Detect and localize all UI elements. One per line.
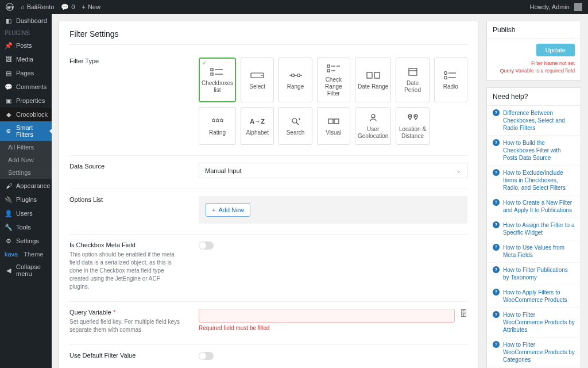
sidebar-item-users[interactable]: 👤Users <box>0 206 52 220</box>
is-checkbox-meta-toggle[interactable] <box>199 241 214 250</box>
svg-point-20 <box>444 76 447 79</box>
ftype-date-range[interactable]: Date Range <box>355 57 391 102</box>
svg-point-8 <box>297 74 300 77</box>
database-icon[interactable]: 🗄 <box>459 309 467 318</box>
sidebar-item-media[interactable]: 🖼Media <box>0 52 52 66</box>
panel-title: Filter Settings <box>69 29 467 45</box>
svg-rect-16 <box>409 68 417 75</box>
help-link-4[interactable]: ?How to Assign the Filter to a Specific … <box>487 218 581 240</box>
help-icon: ? <box>493 289 500 296</box>
sidebar-sub-add-new[interactable]: Add New <box>0 154 52 166</box>
help-link-3[interactable]: ?How to Create a New Filter and Apply It… <box>487 195 581 218</box>
query-var-input[interactable] <box>199 309 455 323</box>
sidebar-item-dashboard[interactable]: ◧Dashboard <box>0 14 52 28</box>
ftype-select[interactable]: Select <box>241 57 274 102</box>
site-name: BaliRento <box>27 3 55 10</box>
ftype-date-period[interactable]: Date Period <box>396 57 429 102</box>
sidebar-item-tools[interactable]: 🔧Tools <box>0 220 52 234</box>
help-icon: ? <box>493 221 500 228</box>
ftype-alphabet[interactable]: A→Z Alphabet <box>241 107 274 145</box>
data-source-select[interactable]: Manual Input ⌄ <box>199 163 467 178</box>
croco-icon: ◆ <box>5 110 13 118</box>
sidebar-item-comments[interactable]: 💬Comments <box>0 80 52 94</box>
sidebar-item-theme[interactable]: kavaTheme <box>0 248 52 260</box>
update-button[interactable]: Update <box>536 44 575 56</box>
search-icon: ▾ <box>288 117 303 126</box>
help-link-8[interactable]: ?How to Filter WooCommerce Products by A… <box>487 308 581 338</box>
help-icon: ? <box>493 341 500 348</box>
ftype-radio[interactable]: Radio <box>434 57 467 102</box>
users-icon: 👤 <box>5 209 13 217</box>
media-icon: 🖼 <box>5 55 13 63</box>
help-icon: ? <box>493 311 500 318</box>
help-link-6[interactable]: ?How to Filter Publications by Taxonomy <box>487 263 581 285</box>
ftype-user-geo[interactable]: User Geolocation <box>355 107 391 145</box>
comments-link[interactable]: 💬 0 <box>61 3 75 11</box>
use-default-label: Use Default Filter Value <box>69 352 181 360</box>
help-icon: ? <box>493 244 500 251</box>
ftype-location-distance[interactable]: Location & Distance <box>396 107 429 145</box>
ftype-check-range[interactable]: Check Range Filter <box>317 57 350 102</box>
help-icon: ? <box>493 139 500 146</box>
sidebar-item-appearance[interactable]: 🖌Appearance <box>0 179 52 193</box>
new-link[interactable]: + New <box>82 3 100 10</box>
pin-icon: 📌 <box>5 41 13 49</box>
howdy-text[interactable]: Howdy, Admin <box>530 3 570 10</box>
sidebar-item-smart-filters[interactable]: ⚟Smart Filters <box>0 121 52 141</box>
add-new-button[interactable]: + Add New <box>206 203 250 217</box>
admin-sidebar: ◧Dashboard PLUGINS 📌Posts 🖼Media ▤Pages … <box>0 14 52 368</box>
sidebar-item-plugins[interactable]: 🔌Plugins <box>0 193 52 206</box>
tools-icon: 🔧 <box>5 223 13 231</box>
plugins-icon: 🔌 <box>5 195 13 204</box>
sidebar-item-crocoblock[interactable]: ◆Crocoblock <box>0 108 52 121</box>
help-link-9[interactable]: ?How to Filter WooCommerce Products by C… <box>487 338 581 367</box>
options-list-label: Options List <box>69 196 181 224</box>
help-link-2[interactable]: ?How to Exclude/Include Items in Checkbo… <box>487 166 581 195</box>
use-default-toggle[interactable] <box>199 352 214 360</box>
sidebar-item-properties[interactable]: ▣Properties <box>0 94 52 108</box>
chevron-down-icon: ⌄ <box>456 167 461 174</box>
sidebar-item-pages[interactable]: ▤Pages <box>0 66 52 80</box>
help-link-7[interactable]: ?How to Apply Filters to WooCommerce Pro… <box>487 285 581 308</box>
svg-point-27 <box>372 114 375 118</box>
alphabet-icon: A→Z <box>250 117 265 126</box>
sidebar-item-posts[interactable]: 📌Posts <box>0 39 52 52</box>
ftype-search[interactable]: ▾ Search <box>278 107 312 145</box>
appearance-icon: 🖌 <box>5 182 13 190</box>
settings-icon: ⚙ <box>5 237 13 245</box>
page-icon: ▤ <box>5 69 13 77</box>
publish-error-1: Filter Name not set <box>493 60 575 67</box>
wp-logo[interactable] <box>6 3 14 11</box>
sidebar-item-collapse[interactable]: ◀Collapse menu <box>0 260 52 280</box>
svg-rect-3 <box>211 73 213 75</box>
radio-icon <box>443 71 458 80</box>
sidebar-submenu: All Filters Add New Settings <box>0 141 52 179</box>
range-icon <box>288 71 303 80</box>
svg-point-29 <box>415 116 416 117</box>
svg-rect-15 <box>374 72 380 78</box>
sidebar-sub-settings[interactable]: Settings <box>0 166 52 179</box>
avatar[interactable] <box>574 3 582 11</box>
svg-rect-9 <box>327 65 330 67</box>
ftype-range[interactable]: Range <box>278 57 312 102</box>
data-source-label: Data Source <box>69 163 181 178</box>
data-source-value: Manual Input <box>205 167 242 174</box>
ftype-visual[interactable]: Visual <box>317 107 350 145</box>
ftype-rating[interactable]: Rating <box>199 107 236 145</box>
plus-icon: + <box>212 206 215 213</box>
properties-icon: ▣ <box>5 97 13 105</box>
svg-point-7 <box>291 74 294 77</box>
svg-point-18 <box>444 72 447 75</box>
select-icon <box>250 71 265 80</box>
date-period-icon <box>405 67 420 76</box>
ftype-checkboxes[interactable]: Checkboxes list <box>199 57 236 102</box>
help-link-1[interactable]: ?How to Build the Checkboxes Filter with… <box>487 136 581 166</box>
site-link[interactable]: ⌂ BaliRento <box>21 3 54 10</box>
sidebar-item-settings[interactable]: ⚙Settings <box>0 234 52 248</box>
help-link-5[interactable]: ?How to Use Values from Meta Fields <box>487 240 581 263</box>
help-link-0[interactable]: ?Difference Between Checkboxes, Select a… <box>487 106 581 136</box>
help-panel: Need help? ?Difference Between Checkboxe… <box>486 87 581 368</box>
sidebar-sub-all-filters[interactable]: All Filters <box>0 141 52 154</box>
home-icon: ⌂ <box>21 3 25 10</box>
filter-type-label: Filter Type <box>69 57 181 145</box>
